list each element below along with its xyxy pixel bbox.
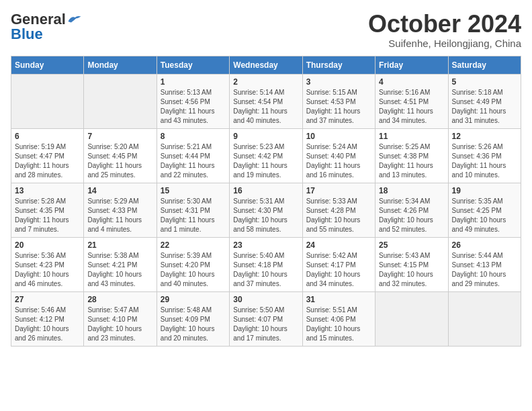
day-number: 13 xyxy=(15,186,80,195)
calendar-cell: 13Sunrise: 5:28 AM Sunset: 4:35 PM Dayli… xyxy=(11,183,84,237)
day-info: Sunrise: 5:21 AM Sunset: 4:44 PM Dayligh… xyxy=(161,142,226,180)
calendar-cell: 6Sunrise: 5:19 AM Sunset: 4:47 PM Daylig… xyxy=(11,128,84,183)
weekday-header-row: SundayMondayTuesdayWednesdayThursdayFrid… xyxy=(11,56,521,74)
day-info: Sunrise: 5:40 AM Sunset: 4:18 PM Dayligh… xyxy=(233,251,298,289)
day-number: 9 xyxy=(233,132,298,141)
day-number: 11 xyxy=(379,132,444,141)
calendar-cell: 7Sunrise: 5:20 AM Sunset: 4:45 PM Daylig… xyxy=(84,128,157,183)
calendar-table: SundayMondayTuesdayWednesdayThursdayFrid… xyxy=(11,56,521,347)
day-info: Sunrise: 5:15 AM Sunset: 4:53 PM Dayligh… xyxy=(306,88,371,126)
day-info: Sunrise: 5:47 AM Sunset: 4:10 PM Dayligh… xyxy=(87,306,152,343)
location: Suifenhe, Heilongjiang, China xyxy=(368,38,521,49)
calendar-week-row: 1Sunrise: 5:13 AM Sunset: 4:56 PM Daylig… xyxy=(11,74,521,128)
calendar-cell: 8Sunrise: 5:21 AM Sunset: 4:44 PM Daylig… xyxy=(157,128,229,183)
day-number: 30 xyxy=(233,295,298,304)
day-number: 31 xyxy=(306,295,371,304)
day-info: Sunrise: 5:18 AM Sunset: 4:49 PM Dayligh… xyxy=(452,88,517,126)
calendar-week-row: 13Sunrise: 5:28 AM Sunset: 4:35 PM Dayli… xyxy=(11,183,521,237)
day-number: 14 xyxy=(87,186,152,195)
day-number: 19 xyxy=(452,186,517,195)
day-info: Sunrise: 5:30 AM Sunset: 4:31 PM Dayligh… xyxy=(161,197,226,234)
day-number: 23 xyxy=(233,240,298,250)
day-number: 17 xyxy=(306,186,371,195)
day-number: 24 xyxy=(306,240,371,250)
day-info: Sunrise: 5:51 AM Sunset: 4:06 PM Dayligh… xyxy=(306,306,371,343)
day-number: 12 xyxy=(452,132,517,141)
weekday-header: Tuesday xyxy=(157,56,229,74)
day-number: 20 xyxy=(15,240,80,250)
calendar-cell: 15Sunrise: 5:30 AM Sunset: 4:31 PM Dayli… xyxy=(157,183,229,237)
day-info: Sunrise: 5:46 AM Sunset: 4:12 PM Dayligh… xyxy=(15,306,80,343)
day-info: Sunrise: 5:25 AM Sunset: 4:38 PM Dayligh… xyxy=(379,142,444,180)
day-info: Sunrise: 5:39 AM Sunset: 4:20 PM Dayligh… xyxy=(161,251,226,289)
calendar-cell: 9Sunrise: 5:23 AM Sunset: 4:42 PM Daylig… xyxy=(230,128,302,183)
day-number: 8 xyxy=(161,132,226,141)
weekday-header: Wednesday xyxy=(230,56,302,74)
day-info: Sunrise: 5:34 AM Sunset: 4:26 PM Dayligh… xyxy=(379,197,444,234)
day-info: Sunrise: 5:23 AM Sunset: 4:42 PM Dayligh… xyxy=(233,142,298,180)
day-info: Sunrise: 5:31 AM Sunset: 4:30 PM Dayligh… xyxy=(233,197,298,234)
day-number: 2 xyxy=(233,77,298,87)
day-info: Sunrise: 5:16 AM Sunset: 4:51 PM Dayligh… xyxy=(379,88,444,126)
calendar-cell: 10Sunrise: 5:24 AM Sunset: 4:40 PM Dayli… xyxy=(302,128,375,183)
calendar-week-row: 6Sunrise: 5:19 AM Sunset: 4:47 PM Daylig… xyxy=(11,128,521,183)
day-number: 3 xyxy=(306,77,371,87)
day-number: 6 xyxy=(15,132,80,141)
calendar-cell: 5Sunrise: 5:18 AM Sunset: 4:49 PM Daylig… xyxy=(448,74,521,128)
calendar-cell: 29Sunrise: 5:48 AM Sunset: 4:09 PM Dayli… xyxy=(157,291,229,346)
page-header: General Blue October 2024 Suifenhe, Heil… xyxy=(11,11,521,49)
calendar-cell: 27Sunrise: 5:46 AM Sunset: 4:12 PM Dayli… xyxy=(11,291,84,346)
day-number: 16 xyxy=(233,186,298,195)
calendar-cell: 28Sunrise: 5:47 AM Sunset: 4:10 PM Dayli… xyxy=(84,291,157,346)
calendar-cell: 4Sunrise: 5:16 AM Sunset: 4:51 PM Daylig… xyxy=(375,74,448,128)
day-info: Sunrise: 5:42 AM Sunset: 4:17 PM Dayligh… xyxy=(306,251,371,289)
calendar-cell: 25Sunrise: 5:43 AM Sunset: 4:15 PM Dayli… xyxy=(375,237,448,291)
calendar-cell: 22Sunrise: 5:39 AM Sunset: 4:20 PM Dayli… xyxy=(157,237,229,291)
day-info: Sunrise: 5:28 AM Sunset: 4:35 PM Dayligh… xyxy=(15,197,80,234)
weekday-header: Saturday xyxy=(448,56,521,74)
calendar-cell: 11Sunrise: 5:25 AM Sunset: 4:38 PM Dayli… xyxy=(375,128,448,183)
calendar-cell: 1Sunrise: 5:13 AM Sunset: 4:56 PM Daylig… xyxy=(157,74,229,128)
logo-blue: Blue xyxy=(11,26,43,43)
day-info: Sunrise: 5:35 AM Sunset: 4:25 PM Dayligh… xyxy=(452,197,517,234)
day-number: 4 xyxy=(379,77,444,87)
calendar-cell xyxy=(375,291,448,346)
calendar-cell xyxy=(448,291,521,346)
calendar-cell: 3Sunrise: 5:15 AM Sunset: 4:53 PM Daylig… xyxy=(302,74,375,128)
day-number: 22 xyxy=(161,240,226,250)
day-number: 7 xyxy=(87,132,152,141)
day-number: 29 xyxy=(161,295,226,304)
day-info: Sunrise: 5:43 AM Sunset: 4:15 PM Dayligh… xyxy=(379,251,444,289)
day-info: Sunrise: 5:24 AM Sunset: 4:40 PM Dayligh… xyxy=(306,142,371,180)
calendar-cell: 30Sunrise: 5:50 AM Sunset: 4:07 PM Dayli… xyxy=(230,291,302,346)
day-number: 18 xyxy=(379,186,444,195)
day-number: 26 xyxy=(452,240,517,250)
weekday-header: Friday xyxy=(375,56,448,74)
calendar-cell: 2Sunrise: 5:14 AM Sunset: 4:54 PM Daylig… xyxy=(230,74,302,128)
title-area: October 2024 Suifenhe, Heilongjiang, Chi… xyxy=(368,11,521,49)
calendar-cell: 12Sunrise: 5:26 AM Sunset: 4:36 PM Dayli… xyxy=(448,128,521,183)
calendar-cell xyxy=(84,74,157,128)
weekday-header: Monday xyxy=(84,56,157,74)
calendar-cell: 31Sunrise: 5:51 AM Sunset: 4:06 PM Dayli… xyxy=(302,291,375,346)
day-info: Sunrise: 5:20 AM Sunset: 4:45 PM Dayligh… xyxy=(87,142,152,180)
weekday-header: Sunday xyxy=(11,56,84,74)
day-info: Sunrise: 5:36 AM Sunset: 4:23 PM Dayligh… xyxy=(15,251,80,289)
day-info: Sunrise: 5:33 AM Sunset: 4:28 PM Dayligh… xyxy=(306,197,371,234)
day-info: Sunrise: 5:13 AM Sunset: 4:56 PM Dayligh… xyxy=(161,88,226,126)
day-info: Sunrise: 5:14 AM Sunset: 4:54 PM Dayligh… xyxy=(233,88,298,126)
day-number: 27 xyxy=(15,295,80,304)
day-number: 25 xyxy=(379,240,444,250)
day-number: 1 xyxy=(161,77,226,87)
logo-bird-icon xyxy=(67,13,82,26)
day-number: 21 xyxy=(87,240,152,250)
day-number: 15 xyxy=(161,186,226,195)
calendar-cell: 26Sunrise: 5:44 AM Sunset: 4:13 PM Dayli… xyxy=(448,237,521,291)
day-number: 28 xyxy=(87,295,152,304)
calendar-cell xyxy=(11,74,84,128)
day-info: Sunrise: 5:50 AM Sunset: 4:07 PM Dayligh… xyxy=(233,306,298,343)
month-title: October 2024 xyxy=(368,11,521,38)
day-info: Sunrise: 5:19 AM Sunset: 4:47 PM Dayligh… xyxy=(15,142,80,180)
calendar-cell: 21Sunrise: 5:38 AM Sunset: 4:21 PM Dayli… xyxy=(84,237,157,291)
day-info: Sunrise: 5:26 AM Sunset: 4:36 PM Dayligh… xyxy=(452,142,517,180)
